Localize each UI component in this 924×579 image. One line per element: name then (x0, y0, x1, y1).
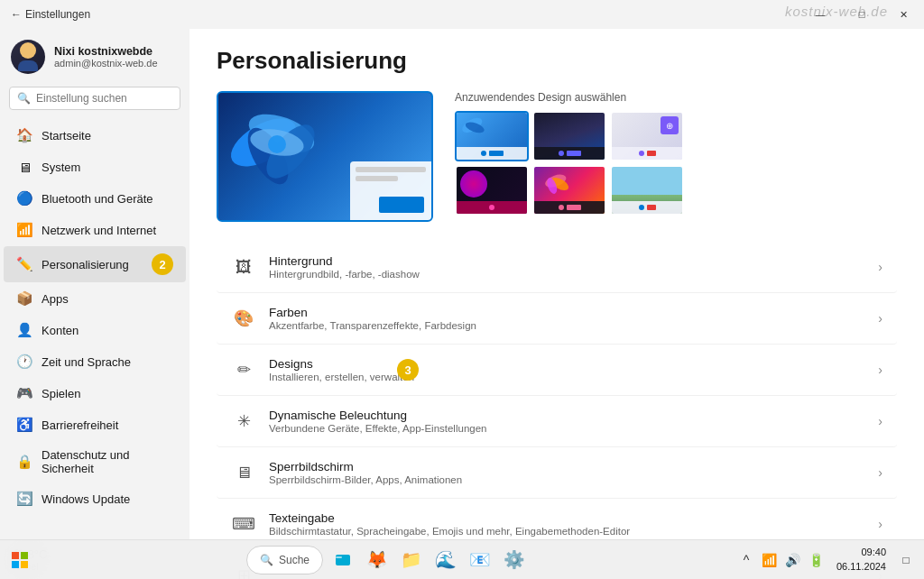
time-nav-icon: 🕐 (16, 354, 32, 370)
minimize-button[interactable]: — (799, 0, 841, 29)
settings-item-dynamische[interactable]: ✳ Dynamische Beleuchtung Verbundene Gerä… (217, 396, 897, 447)
sidebar-item-accessibility[interactable]: ♿ Barrierefreiheit (4, 409, 186, 440)
theme-thumb-5[interactable] (532, 165, 606, 216)
hintergrund-chevron-icon: › (878, 260, 882, 274)
chevron-up-icon[interactable]: ^ (735, 549, 757, 571)
svg-rect-12 (21, 552, 28, 559)
gaming-nav-icon: 🎮 (16, 385, 32, 401)
sidebar-item-label-time: Zeit und Sprache (42, 355, 131, 369)
theme-thumb-4[interactable] (455, 165, 529, 216)
texteingabe-chevron-icon: › (878, 517, 882, 531)
search-icon: 🔍 (17, 92, 31, 105)
taskbar-app-explorer[interactable]: 📁 (397, 546, 426, 574)
dynamische-chevron-icon: › (878, 414, 882, 428)
sperrbildschirm-title: Sperrbildschirm (269, 460, 871, 473)
taskbar-search-icon: 🔍 (260, 554, 273, 566)
sidebar-item-privacy[interactable]: 🔒 Datenschutz und Sicherheit (4, 441, 186, 482)
theme-preview-background (218, 93, 431, 220)
badge-designs: 3 (397, 359, 419, 381)
titlebar-title: Einstellungen (25, 8, 90, 21)
page-title: Personalisierung (217, 47, 897, 75)
sidebar: Nixi kostnixwebde admin@kostnix-web.de 🔍… (0, 29, 189, 579)
back-arrow-icon: ← (11, 8, 22, 21)
svg-rect-16 (336, 556, 342, 558)
search-input[interactable] (36, 92, 172, 105)
user-email: admin@kostnix-web.de (54, 58, 158, 69)
sidebar-item-label-gaming: Spielen (42, 387, 80, 400)
texteingabe-icon: ⌨ (231, 511, 256, 537)
sidebar-item-label-system: System (42, 161, 80, 174)
svg-rect-15 (336, 555, 350, 565)
dynamische-icon: ✳ (231, 409, 256, 434)
sidebar-item-label-home: Startseite (42, 129, 91, 142)
personalization-nav-icon: ✏️ (16, 256, 32, 272)
search-box[interactable]: 🔍 (9, 87, 180, 110)
theme-thumb-2[interactable] (532, 111, 606, 161)
settings-item-designs[interactable]: ✏ Designs Installieren, erstellen, verwa… (217, 345, 897, 396)
sidebar-item-apps[interactable]: 📦 Apps (4, 283, 186, 314)
titlebar: ← Einstellungen kostnix-web.de — □ ✕ (0, 0, 924, 29)
settings-item-hintergrund[interactable]: 🖼 Hintergrund Hintergrundbild, -farbe, -… (217, 242, 897, 293)
svg-rect-13 (12, 561, 19, 568)
accessibility-nav-icon: ♿ (16, 417, 32, 433)
wifi-icon[interactable]: 📶 (759, 549, 781, 571)
close-button[interactable]: ✕ (882, 0, 924, 29)
nav-list: 🏠 Startseite 🖥 System 🔵 Bluetooth und Ge… (0, 117, 189, 540)
volume-icon[interactable]: 🔊 (782, 549, 804, 571)
settings-item-farben[interactable]: 🎨 Farben Akzentfarbe, Transparenzeffekte… (217, 293, 897, 345)
sidebar-item-windows_update[interactable]: 🔄 Windows Update (4, 483, 186, 514)
sidebar-item-network[interactable]: 📶 Netzwerk und Internet (4, 215, 186, 245)
taskbar-app-firefox[interactable]: 🦊 (363, 546, 392, 574)
taskbar-right: ^ 📶 🔊 🔋 09:40 06.11.2024 □ (735, 546, 924, 574)
back-button[interactable]: ← Einstellungen (11, 8, 90, 21)
sidebar-item-time[interactable]: 🕐 Zeit und Sprache (4, 346, 186, 377)
sperrbildschirm-desc: Sperrbildschirm-Bilder, Apps, Animatione… (269, 474, 871, 485)
hintergrund-desc: Hintergrundbild, -farbe, -diashow (269, 269, 871, 280)
sidebar-item-label-personalization: Personalisierung (42, 258, 129, 271)
sidebar-item-home[interactable]: 🏠 Startseite (4, 120, 186, 151)
taskbar-app-settings[interactable]: ⚙️ (500, 546, 529, 574)
designs-title: Designs (269, 357, 871, 371)
theme-thumb-6[interactable] (610, 165, 684, 216)
taskbar-search[interactable]: 🔍 Suche (246, 546, 323, 574)
user-name: Nixi kostnixwebde (54, 45, 158, 58)
theme-thumb-1[interactable] (455, 111, 529, 161)
accounts-nav-icon: 👤 (16, 322, 32, 338)
start-button[interactable] (0, 540, 40, 580)
taskbar-app-mail[interactable]: 📧 (466, 546, 494, 574)
sidebar-item-personalization[interactable]: ✏️ Personalisierung 2 (4, 246, 186, 282)
svg-point-5 (268, 135, 286, 153)
windows_update-nav-icon: 🔄 (16, 491, 32, 507)
sidebar-item-gaming[interactable]: 🎮 Spielen (4, 378, 186, 409)
clock[interactable]: 09:40 06.11.2024 (831, 546, 892, 574)
hintergrund-title: Hintergrund (269, 254, 871, 268)
battery-icon[interactable]: 🔋 (806, 549, 827, 571)
sidebar-item-bluetooth[interactable]: 🔵 Bluetooth und Geräte (4, 183, 186, 214)
svg-rect-11 (12, 552, 19, 559)
clock-date: 06.11.2024 (836, 560, 886, 574)
app-container: Nixi kostnixwebde admin@kostnix-web.de 🔍… (0, 29, 924, 579)
sidebar-item-label-accounts: Konten (42, 324, 79, 337)
sidebar-item-label-network: Netzwerk und Internet (42, 224, 156, 237)
hintergrund-icon: 🖼 (231, 254, 256, 280)
badge-personalization: 2 (152, 253, 173, 275)
designs-desc: Installieren, erstellen, verwalten (269, 372, 871, 382)
taskbar-app-edge[interactable]: 🌊 (431, 546, 460, 574)
taskbar-app-files[interactable] (328, 546, 357, 574)
maximize-button[interactable]: □ (841, 0, 882, 29)
farben-chevron-icon: › (878, 311, 882, 326)
taskbar: 🔍 Suche 🦊 📁 🌊 📧 ⚙️ ^ 📶 🔊 🔋 09:40 06.11.2… (0, 539, 924, 579)
bluetooth-nav-icon: 🔵 (16, 190, 32, 207)
notifications-icon[interactable]: □ (895, 549, 917, 571)
texteingabe-desc: Bildschirmtastatur, Spracheingabe, Emoji… (269, 526, 871, 537)
main-content: Personalisierung (189, 29, 924, 579)
privacy-nav-icon: 🔒 (16, 454, 32, 470)
sidebar-item-label-windows_update: Windows Update (42, 492, 130, 506)
current-theme-preview[interactable] (217, 91, 433, 222)
designs-chevron-icon: › (878, 363, 882, 377)
theme-thumb-3[interactable]: ⊕ (610, 111, 684, 161)
sidebar-item-system[interactable]: 🖥 System (4, 152, 186, 182)
user-profile[interactable]: Nixi kostnixwebde admin@kostnix-web.de (0, 29, 189, 83)
sidebar-item-accounts[interactable]: 👤 Konten (4, 315, 186, 345)
settings-item-sperrbildschirm[interactable]: 🖥 Sperrbildschirm Sperrbildschirm-Bilder… (217, 447, 897, 499)
